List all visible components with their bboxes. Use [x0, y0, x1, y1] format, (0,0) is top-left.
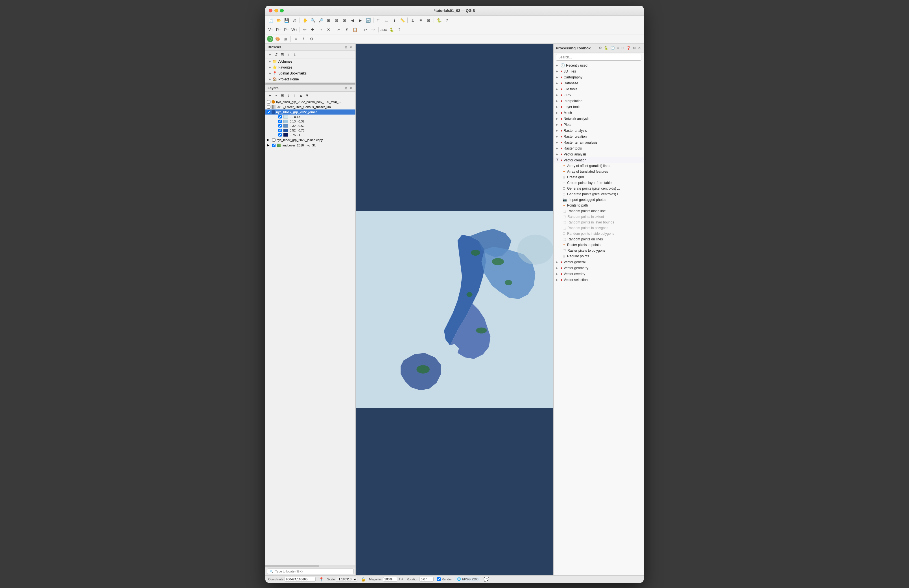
layer-style-button[interactable]: 🎨: [274, 35, 281, 43]
tree-item-layertools[interactable]: ▶ ● Layer tools: [553, 104, 644, 110]
tree-item-rasterterrain[interactable]: ▶ ● Raster terrain analysis: [553, 139, 644, 145]
tree-item-database[interactable]: ▶ ● Database: [553, 80, 644, 86]
tree-item-vectoroverlay[interactable]: ▶ ● Vector overlay: [553, 271, 644, 277]
browser-scroll[interactable]: ▶ 📁 /Volumes ▶ ⭐ Favorites ▶ 📍 Spatial B…: [265, 58, 356, 82]
legend-checkbox-0[interactable]: [278, 115, 282, 118]
layer-order-button[interactable]: ≡: [292, 35, 299, 43]
zoom-in-button[interactable]: 🔍: [309, 17, 317, 24]
browser-close-btn[interactable]: ✕: [349, 45, 353, 49]
browser-item-bookmarks[interactable]: ▶ 📍 Spatial Bookmarks: [265, 70, 356, 76]
bookmark-button[interactable]: ⊞: [282, 35, 289, 43]
messages-icon[interactable]: 💬: [484, 577, 489, 582]
tool-array-translated[interactable]: ✦ Array of translated features: [553, 169, 644, 174]
tool-regular-points[interactable]: ⊞ Regular points: [553, 254, 644, 259]
identify-button[interactable]: ℹ: [391, 17, 398, 24]
browser-item-favorites[interactable]: ▶ ⭐ Favorites: [265, 64, 356, 70]
tree-item-vectorgeometry[interactable]: ▶ ● Vector geometry: [553, 265, 644, 271]
select-rect-button[interactable]: ▭: [383, 17, 390, 24]
close-button[interactable]: [269, 9, 272, 13]
tree-item-rastercreation[interactable]: ▶ ● Raster creation: [553, 134, 644, 139]
move-feature-button[interactable]: ↔: [317, 26, 324, 33]
browser-item-volumes[interactable]: ▶ 📁 /Volumes: [265, 58, 356, 64]
tree-item-mesh[interactable]: ▶ ● Mesh: [553, 110, 644, 116]
tool-random-extent[interactable]: ⬚ Random points in extent: [553, 214, 644, 220]
legend-checkbox-1[interactable]: [278, 120, 282, 123]
browser-collapse-btn[interactable]: ↑: [286, 52, 291, 57]
tool-import-geotagged[interactable]: 📷 Import geotagged photos: [553, 197, 644, 203]
minimize-button[interactable]: [274, 9, 278, 13]
refresh-button[interactable]: 🔄: [364, 17, 372, 24]
qgis-logo-button[interactable]: Q: [267, 36, 273, 42]
zoom-prev-button[interactable]: ◀: [349, 17, 356, 24]
layer-item-2[interactable]: 2015_Street_Tree_Census_subset_um: [265, 104, 356, 110]
zoom-next-button[interactable]: ▶: [357, 17, 364, 24]
layer-collapse-btn[interactable]: ↑: [292, 92, 298, 98]
layer-info-button[interactable]: ℹ: [300, 35, 307, 43]
measure-button[interactable]: 📏: [399, 17, 406, 24]
layer-checkbox-4[interactable]: [272, 138, 275, 142]
calculator-button[interactable]: ≡: [417, 17, 424, 24]
tree-item-network[interactable]: ▶ ● Network analysis: [553, 116, 644, 121]
locate-input[interactable]: [267, 569, 354, 574]
browser-info-btn[interactable]: ℹ: [292, 52, 298, 57]
tool-raster-pixels-points[interactable]: ✦ Raster pixels to points: [553, 242, 644, 248]
legend-checkbox-4[interactable]: [278, 133, 282, 137]
map-canvas[interactable]: [356, 44, 553, 575]
stats-button[interactable]: ⊟: [425, 17, 432, 24]
add-feature-button[interactable]: ✚: [309, 26, 317, 33]
tree-item-rasteranalysis[interactable]: ▶ ● Raster analysis: [553, 128, 644, 134]
layer-checkbox-2[interactable]: [267, 105, 270, 109]
layers-scroll[interactable]: nyc_block_grp_2022_points_poly_100_total…: [265, 99, 356, 565]
layer-up-btn[interactable]: ▲: [298, 92, 304, 98]
help-button[interactable]: ?: [443, 17, 451, 24]
tree-item-vectorgeneral[interactable]: ▶ ● Vector general: [553, 259, 644, 265]
magnifier-stepper[interactable]: ⬆⬇: [398, 577, 403, 581]
add-postgis-button[interactable]: P+: [283, 26, 290, 33]
delete-feature-button[interactable]: ✕: [325, 26, 332, 33]
tree-item-vectorcreation[interactable]: ▶ ● Vector creation: [553, 157, 644, 163]
layer-checkbox-1[interactable]: [267, 100, 270, 103]
toolbox-results-icon[interactable]: ≡: [616, 45, 619, 50]
toolbox-close-btn[interactable]: ✕: [637, 45, 641, 50]
cut-button[interactable]: ✂: [335, 26, 343, 33]
python2-button[interactable]: 🐍: [388, 26, 395, 33]
render-checkbox[interactable]: [437, 577, 441, 581]
layer-item-5[interactable]: ▶ landcover_2010_nyc_3ft: [265, 142, 356, 148]
map-area[interactable]: [356, 44, 553, 575]
layer-down-btn[interactable]: ▼: [304, 92, 310, 98]
tree-item-plots[interactable]: ▶ ● Plots: [553, 121, 644, 128]
run-script-button[interactable]: Σ: [409, 17, 416, 24]
tool-random-along-line[interactable]: ⬚ Random points along line: [553, 208, 644, 214]
browser-filter-btn[interactable]: ⊟: [280, 52, 285, 57]
save-button[interactable]: 💾: [283, 17, 290, 24]
zoom-out-button[interactable]: 🔎: [317, 17, 324, 24]
undo-edit-button[interactable]: ↩: [362, 26, 369, 33]
layer-item-3[interactable]: nyc_block_grp_2022_joined: [265, 110, 356, 115]
save-as-button[interactable]: 🖨: [291, 17, 298, 24]
toolbox-options-icon[interactable]: ⊟: [621, 45, 625, 50]
layers-close-btn[interactable]: ✕: [349, 86, 353, 90]
tool-create-grid[interactable]: ⊞ Create grid: [553, 174, 644, 180]
add-raster-button[interactable]: R+: [275, 26, 282, 33]
edit-button[interactable]: ✏: [301, 26, 309, 33]
tree-item-vectoranalysis[interactable]: ▶ ● Vector analysis: [553, 151, 644, 157]
tree-item-recently-used[interactable]: ▶ 🕐 Recently used: [553, 62, 644, 68]
magnifier-input[interactable]: [383, 577, 397, 582]
toolbox-scroll[interactable]: ▶ 🕐 Recently used ▶ ● 3D Tiles ▶ ● Carto…: [553, 62, 644, 575]
toolbox-help-icon[interactable]: ❓: [626, 45, 631, 50]
toolbox-settings-icon[interactable]: ⚙: [598, 45, 602, 50]
toolbox-history-icon[interactable]: 🕐: [610, 45, 615, 50]
crs-item[interactable]: 🌐 EPSG:2263: [455, 577, 480, 582]
tool-gen-points-pixel1[interactable]: ⊡ Generate points (pixel centroids) ...: [553, 186, 644, 191]
browser-item-projecthome[interactable]: ▶ 🏠 Project Home: [265, 76, 356, 82]
tool-random-layer-bounds[interactable]: ⬚ Random points in layer bounds: [553, 220, 644, 225]
legend-checkbox-2[interactable]: [278, 124, 282, 128]
copy-button[interactable]: ⎘: [343, 26, 351, 33]
tree-item-3dtiles[interactable]: ▶ ● 3D Tiles: [553, 68, 644, 74]
maximize-button[interactable]: [280, 9, 284, 13]
zoom-full-button[interactable]: ⊞: [325, 17, 332, 24]
redo-edit-button[interactable]: ↪: [370, 26, 377, 33]
layer-item-1[interactable]: nyc_block_grp_2022_points_poly_100_total…: [265, 99, 356, 104]
zoom-layer-button[interactable]: ⊡: [333, 17, 340, 24]
layers-hscrollbar[interactable]: [265, 565, 356, 567]
